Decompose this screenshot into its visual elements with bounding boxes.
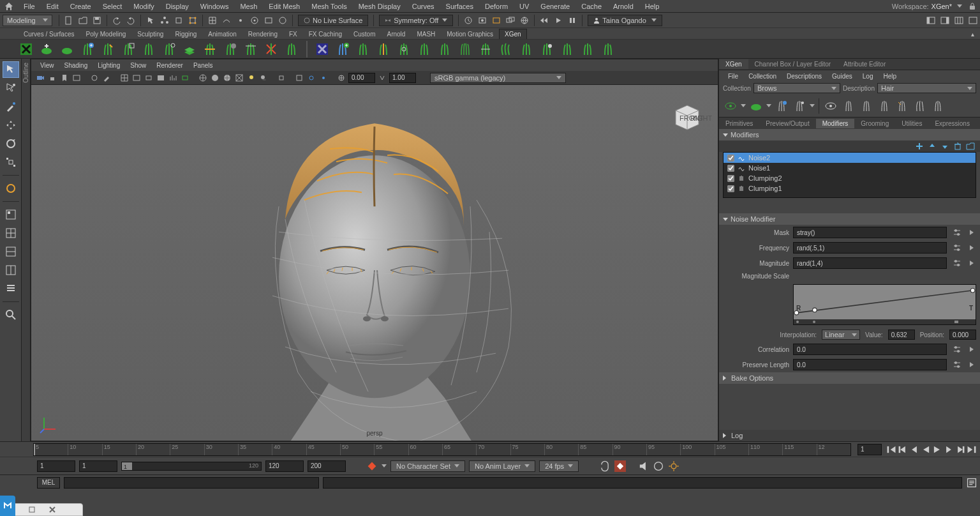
modifier-checkbox[interactable] xyxy=(727,155,734,162)
xgen-window-icon[interactable] xyxy=(18,41,34,57)
undo-icon[interactable] xyxy=(111,15,122,26)
modifier-list[interactable]: Noise2 Noise1 Clumping2 Clumping1 xyxy=(723,152,976,198)
modifier-checkbox[interactable] xyxy=(727,165,734,172)
menu-select[interactable]: Select xyxy=(97,1,128,12)
lock-icon[interactable] xyxy=(969,3,976,10)
menu-mesh[interactable]: Mesh xyxy=(234,1,263,12)
play-back-icon[interactable] xyxy=(920,444,932,455)
xgen-shelf-9-icon[interactable] xyxy=(181,41,198,57)
scale-tool[interactable] xyxy=(3,154,19,171)
ig-shelf-15-icon[interactable] xyxy=(600,41,616,57)
symmetry-dropdown[interactable]: Symmetry: Off xyxy=(379,15,453,26)
mod-folder-icon[interactable] xyxy=(966,142,975,151)
move-tool[interactable] xyxy=(3,117,19,133)
lasso-tool[interactable] xyxy=(3,80,19,96)
menu-generate[interactable]: Generate xyxy=(535,1,575,12)
vp-wireframe-icon[interactable] xyxy=(198,73,208,83)
sidebar-toggle-2-icon[interactable] xyxy=(939,15,951,26)
menu-display[interactable]: Display xyxy=(160,1,195,12)
vp-xray-joint-icon[interactable] xyxy=(306,73,316,83)
menu-deform[interactable]: Deform xyxy=(479,1,514,12)
xg-tool6-icon[interactable] xyxy=(859,98,874,114)
view-cube[interactable]: FRONTRIGHT xyxy=(669,98,705,133)
vp-shaded-icon[interactable] xyxy=(210,73,220,83)
ig-shelf-8-icon[interactable] xyxy=(457,41,473,57)
modifier-checkbox[interactable] xyxy=(727,185,734,192)
mel-label[interactable]: MEL xyxy=(37,477,60,489)
menu-set-dropdown[interactable]: Modeling xyxy=(3,15,52,26)
xgen-shelf-13-icon[interactable] xyxy=(263,41,279,57)
menu-create[interactable]: Create xyxy=(64,1,97,12)
preserve-field[interactable]: 0.0 xyxy=(793,359,947,370)
guide-add-icon[interactable] xyxy=(79,41,96,57)
cached-play-icon[interactable] xyxy=(653,460,664,472)
animlayer-dropdown[interactable]: No Anim Layer xyxy=(469,460,535,472)
vp-menu-panels[interactable]: Panels xyxy=(188,61,218,70)
snap-point-icon[interactable] xyxy=(235,15,246,26)
xg-tab-expressions[interactable]: Expressions xyxy=(928,119,976,128)
vp-gamma-icon[interactable] xyxy=(377,73,387,83)
shelf-tab-xgen[interactable]: XGen xyxy=(499,29,527,39)
vp-isolate-icon[interactable] xyxy=(276,73,286,83)
curve-editor[interactable]: R T xyxy=(793,284,976,325)
shelf-tab-poly[interactable]: Poly Modeling xyxy=(80,29,131,39)
correlation-field[interactable]: 0.0 xyxy=(793,344,947,355)
guide-to-poly-icon[interactable] xyxy=(120,41,137,57)
xgen-menu-collection[interactable]: Collection xyxy=(743,72,782,81)
history-icon[interactable] xyxy=(463,15,474,26)
vp-colorspace-dropdown[interactable]: sRGB gamma (legacy) xyxy=(430,73,566,83)
ig-shelf-13-icon[interactable] xyxy=(559,41,575,57)
vp-grid-icon[interactable] xyxy=(119,73,130,83)
shelf-tab-custom[interactable]: Custom xyxy=(348,29,381,39)
open-scene-icon[interactable] xyxy=(77,15,89,26)
vp-shadows-icon[interactable] xyxy=(258,73,269,83)
xg-tab-grooming[interactable]: Grooming xyxy=(854,119,895,128)
step-back-key-icon[interactable] xyxy=(897,444,909,455)
vp-menu-view[interactable]: View xyxy=(35,61,59,70)
xg-tool10-icon[interactable] xyxy=(930,98,946,114)
select-hier-icon[interactable] xyxy=(159,15,170,26)
menu-help[interactable]: Help xyxy=(639,1,665,12)
xgen-shelf-8-icon[interactable] xyxy=(161,41,177,57)
ig-shelf-10-icon[interactable] xyxy=(498,41,514,57)
set-key-icon[interactable] xyxy=(366,460,378,472)
workspace-dropdown-icon[interactable] xyxy=(957,4,962,8)
vp-exposure-icon[interactable] xyxy=(336,73,346,83)
xg-tool9-icon[interactable] xyxy=(912,98,928,114)
rewind-icon[interactable] xyxy=(538,15,550,26)
xgen-menu-file[interactable]: File xyxy=(723,72,743,81)
xg-eye-icon[interactable] xyxy=(723,98,738,114)
vp-menu-renderer[interactable]: Renderer xyxy=(151,61,188,70)
render-seq-icon[interactable] xyxy=(505,15,516,26)
paint-tool[interactable] xyxy=(3,98,19,115)
vp-menu-shading[interactable]: Shading xyxy=(59,61,93,70)
rotate-tool[interactable] xyxy=(3,135,19,152)
arrow-icon[interactable] xyxy=(967,243,976,252)
pause-icon[interactable] xyxy=(567,15,578,26)
frequency-field[interactable]: rand(.5,1) xyxy=(793,242,947,254)
shelf-collapse-icon[interactable]: ▴ xyxy=(965,29,980,39)
groomable-splines-icon[interactable] xyxy=(59,41,75,57)
snap-view-icon[interactable] xyxy=(263,15,274,26)
vp-view-transform-icon[interactable] xyxy=(418,73,428,83)
vp-exposure-field[interactable]: 0.00 xyxy=(348,73,375,83)
ipr-render-icon[interactable] xyxy=(491,15,502,26)
arrow-icon[interactable] xyxy=(967,228,976,237)
xg-tab-modifiers[interactable]: Modifiers xyxy=(816,119,855,128)
vp-textured-icon[interactable] xyxy=(234,73,244,83)
shelf-tab-mash[interactable]: MASH xyxy=(411,29,441,39)
outliner-collapsed[interactable]: Outline xyxy=(22,59,31,441)
snap-live-icon[interactable] xyxy=(277,15,288,26)
ig-shelf-11-icon[interactable] xyxy=(518,41,535,57)
command-input[interactable] xyxy=(64,477,319,489)
tab-attr-editor[interactable]: Attribute Editor xyxy=(837,59,892,69)
create-description-icon[interactable] xyxy=(38,41,55,57)
modifier-checkbox[interactable] xyxy=(727,175,734,182)
xgen-shelf-7-icon[interactable] xyxy=(140,41,157,57)
modifier-row[interactable]: Clumping1 xyxy=(724,183,976,194)
vp-gate-mask-icon[interactable] xyxy=(156,73,166,83)
xg-ellipse-icon[interactable] xyxy=(748,98,764,114)
snap-grid-icon[interactable] xyxy=(207,15,218,26)
description-dropdown[interactable]: Hair xyxy=(877,83,976,93)
position-field[interactable]: 0.000 xyxy=(949,330,976,340)
